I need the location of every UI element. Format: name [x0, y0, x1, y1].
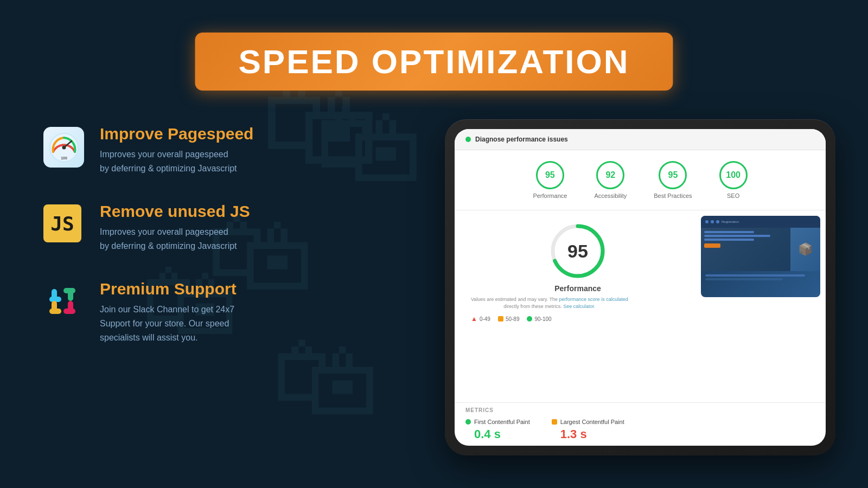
- score-best-practices: 95 Best Practices: [654, 161, 692, 199]
- perf-note: Values are estimated and may vary. The p…: [471, 296, 628, 310]
- feature-unused-js: JS Remove unused JS Improves your overal…: [43, 202, 326, 253]
- metric-lcp: Largest Contentful Paint 1.3 s: [552, 419, 624, 441]
- metrics-row: First Contentful Paint 0.4 s Largest Con…: [465, 419, 815, 441]
- main-content: 95 Performance Values are estimated and …: [455, 210, 826, 402]
- score-circle-performance: 95: [536, 161, 564, 189]
- gauge-icon: 100: [43, 127, 84, 168]
- slack-icon-wrap: [43, 282, 87, 325]
- slack-icon: [43, 282, 81, 320]
- device-mockup: Diagnose performance issues 95 Performan…: [445, 119, 835, 455]
- svg-rect-7: [63, 288, 75, 293]
- support-title: Premium Support: [100, 280, 237, 298]
- svg-point-2: [62, 145, 66, 149]
- unused-js-title: Remove unused JS: [100, 202, 250, 221]
- pagespeed-desc: Improves your overall pagespeed by defer…: [100, 147, 253, 175]
- preview-nav: Registration: [701, 216, 820, 228]
- feature-support: Premium Support Join our Slack Channel t…: [43, 280, 326, 344]
- feature-pagespeed: 100 Improve Pagespeed Improves your over…: [43, 125, 326, 175]
- score-label-accessibility: Accessibility: [594, 192, 627, 199]
- js-icon: JS: [43, 204, 81, 242]
- score-performance: 95 Performance: [533, 161, 567, 199]
- metric-lcp-dot: [552, 419, 557, 425]
- score-circle-seo: 100: [719, 161, 748, 189]
- status-dot: [465, 137, 471, 142]
- features-section: 100 Improve Pagespeed Improves your over…: [43, 125, 326, 371]
- pagespeed-text: Improve Pagespeed Improves your overall …: [100, 125, 253, 175]
- metric-fcp: First Contentful Paint 0.4 s: [465, 419, 530, 441]
- screen-header: Diagnose performance issues: [455, 129, 826, 150]
- metric-fcp-label: First Contentful Paint: [474, 419, 530, 425]
- js-icon-wrap: JS: [43, 204, 87, 248]
- screen-header-text: Diagnose performance issues: [475, 136, 568, 143]
- preview-screenshot: Registration 📦: [701, 216, 820, 297]
- svg-rect-11: [63, 309, 75, 314]
- scores-row: 95 Performance 92 Accessibility 95 Best …: [455, 150, 826, 210]
- svg-rect-9: [49, 309, 61, 314]
- preview-hero: 📦: [701, 228, 820, 271]
- tablet-outer: Diagnose performance issues 95 Performan…: [445, 119, 835, 455]
- metric-lcp-label: Largest Contentful Paint: [560, 419, 624, 425]
- big-score-container: 95: [548, 221, 608, 281]
- metric-lcp-header: Largest Contentful Paint: [552, 419, 624, 425]
- big-score-value: 95: [548, 221, 608, 281]
- metric-fcp-dot: [465, 419, 471, 425]
- tablet-screen: Diagnose performance issues 95 Performan…: [455, 129, 826, 446]
- unused-js-text: Remove unused JS Improves your overall p…: [100, 202, 250, 253]
- preview-section: Registration 📦: [701, 216, 820, 397]
- score-seo: 100 SEO: [719, 161, 748, 199]
- header-banner: SPEED OPTIMIZATION: [195, 33, 673, 91]
- legend-orange: 50-89: [498, 316, 520, 322]
- perf-label: Performance: [471, 284, 685, 293]
- metric-fcp-header: First Contentful Paint: [465, 419, 530, 425]
- legend-red: ▲ 0-49: [471, 315, 490, 323]
- pagespeed-title: Improve Pagespeed: [100, 125, 253, 143]
- pagespeed-icon-wrap: 100: [43, 127, 87, 170]
- score-label-performance: Performance: [533, 192, 567, 199]
- metrics-section: METRICS First Contentful Paint 0.4 s Lar…: [455, 402, 826, 446]
- metric-fcp-value: 0.4 s: [465, 427, 530, 441]
- support-desc: Join our Slack Channel to get 24x7 Suppo…: [100, 303, 237, 344]
- perf-section: 95 Performance Values are estimated and …: [460, 216, 695, 397]
- support-text: Premium Support Join our Slack Channel t…: [100, 280, 237, 344]
- page-title: SPEED OPTIMIZATION: [238, 42, 629, 81]
- metric-lcp-value: 1.3 s: [552, 427, 624, 441]
- unused-js-desc: Improves your overall pagespeed by defer…: [100, 225, 250, 253]
- legend-row: ▲ 0-49 50-89 90-100: [471, 315, 552, 323]
- legend-green: 90-100: [527, 316, 551, 322]
- score-label-seo: SEO: [727, 192, 739, 199]
- score-circle-best-practices: 95: [659, 161, 687, 189]
- score-label-best-practices: Best Practices: [654, 192, 692, 199]
- svg-text:100: 100: [61, 156, 67, 160]
- metrics-title: METRICS: [465, 407, 815, 413]
- score-accessibility: 92 Accessibility: [594, 161, 627, 199]
- score-circle-accessibility: 92: [596, 161, 624, 189]
